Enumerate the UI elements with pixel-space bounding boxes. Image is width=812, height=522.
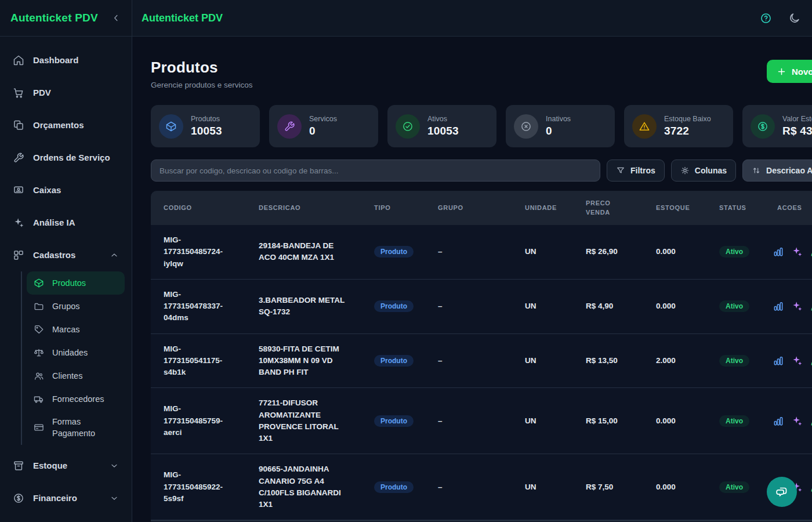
- sidebar-item-estoque[interactable]: Estoque: [7, 454, 125, 477]
- stat-card-ativos: Ativos 10053: [387, 105, 496, 147]
- table-row: MIG-1773150541175-s4b1k 58930-FITA DE CE…: [151, 334, 812, 389]
- stat-label: Estoque Baixo: [664, 115, 711, 123]
- sidebar-item-pdv[interactable]: PDV: [7, 81, 125, 104]
- cube-icon: [159, 114, 183, 139]
- ai-action-icon[interactable]: [791, 246, 803, 258]
- table-header-row: CODIGO DESCRICAO TIPO GRUPO UNIDADE PREC…: [151, 191, 812, 225]
- filters-button-label: Filtros: [630, 166, 655, 175]
- arrows-up-down-icon: [752, 166, 761, 175]
- stat-card-valor-estoque: Valor Estoque R$ 435: [742, 105, 812, 147]
- stats-action-icon[interactable]: [773, 415, 784, 427]
- cell-preco-venda: R$ 4,90: [573, 280, 643, 334]
- cell-codigo: MIG-1773150485724-iylqw: [151, 225, 246, 279]
- submenu-item-label: Grupos: [52, 300, 80, 312]
- edit-action-icon[interactable]: [810, 481, 812, 493]
- sort-button[interactable]: Descricao A-Z: [742, 160, 812, 182]
- col-header-descricao: DESCRICAO: [246, 191, 361, 225]
- stat-card-estoque-baixo: Estoque Baixo 3722: [624, 105, 733, 147]
- cell-grupo: –: [425, 334, 512, 388]
- columns-button[interactable]: Colunas: [671, 160, 736, 182]
- sidebar-item-orcamentos[interactable]: Orçamentos: [7, 114, 125, 137]
- chat-bubbles-icon: [775, 485, 789, 499]
- sparkles-icon: [13, 217, 24, 229]
- ai-action-icon[interactable]: [791, 415, 803, 427]
- edit-action-icon[interactable]: [810, 300, 812, 312]
- x-circle-icon: [514, 114, 538, 139]
- chevron-down-icon: [110, 494, 119, 503]
- sidebar-item-ordens-servico[interactable]: Ordens de Serviço: [7, 146, 125, 169]
- cell-tipo: Produto: [361, 280, 425, 334]
- chat-fab-button[interactable]: [767, 477, 797, 507]
- funnel-icon: [616, 166, 625, 175]
- topbar-title: Autenticket PDV: [142, 12, 223, 24]
- tipo-badge: Produto: [374, 355, 414, 367]
- stats-action-icon[interactable]: [773, 246, 784, 258]
- stat-cards-row: Produtos 10053 Servicos 0 Ativos 10053 I…: [151, 105, 812, 147]
- submenu-item-produtos[interactable]: Produtos: [27, 271, 125, 295]
- status-badge: Ativo: [719, 481, 749, 493]
- stat-label: Ativos: [427, 115, 459, 123]
- search-input[interactable]: [151, 160, 600, 182]
- stat-label: Inativos: [546, 115, 571, 123]
- help-icon[interactable]: [760, 12, 772, 24]
- table-row: MIG-1773150485759-aerci 77211-DIFUSOR AR…: [151, 388, 812, 454]
- sidebar-item-financeiro[interactable]: Financeiro: [7, 487, 125, 510]
- cell-grupo: –: [425, 225, 512, 279]
- cell-grupo: –: [425, 388, 512, 454]
- cell-codigo: MIG-1773150541175-s4b1k: [151, 334, 246, 388]
- edit-action-icon[interactable]: [810, 355, 812, 367]
- tipo-badge: Produto: [374, 481, 414, 493]
- submenu-item-label: Produtos: [52, 277, 86, 289]
- warning-triangle-icon: [632, 114, 657, 139]
- submenu-item-label: Fornecedores: [52, 393, 104, 405]
- sidebar-item-cadastros[interactable]: Cadastros: [7, 244, 125, 267]
- app-logo: Autenticket PDV: [10, 12, 98, 24]
- tools-icon: [277, 114, 302, 139]
- submenu-item-fornecedores[interactable]: Fornecedores: [27, 387, 125, 411]
- new-product-button[interactable]: Novo: [767, 60, 812, 83]
- documents-icon: [13, 119, 24, 131]
- cell-unidade: UN: [512, 454, 573, 520]
- sidebar-item-analise-ia[interactable]: Análise IA: [7, 211, 125, 234]
- submenu-item-label: Formas Pagamento: [52, 416, 116, 440]
- stat-value: R$ 435: [782, 125, 812, 137]
- sidebar: Autenticket PDV Dashboard PDV Orçamentos…: [0, 0, 132, 522]
- cell-estoque: 0.000: [643, 280, 706, 334]
- submenu-item-formas-pagamento[interactable]: Formas Pagamento: [27, 411, 125, 445]
- stats-action-icon[interactable]: [773, 300, 784, 312]
- topbar-icons: [760, 12, 800, 24]
- tipo-badge: Produto: [374, 300, 414, 312]
- sidebar-collapse-button[interactable]: [111, 13, 121, 23]
- home-icon: [13, 55, 24, 66]
- cell-unidade: UN: [512, 334, 573, 388]
- col-header-estoque: ESTOQUE: [643, 191, 706, 225]
- cell-acoes: [764, 388, 812, 454]
- sidebar-item-label: Dashboard: [33, 53, 119, 67]
- chevron-up-icon: [110, 251, 119, 260]
- columns-button-label: Colunas: [695, 166, 727, 175]
- filters-button[interactable]: Filtros: [607, 160, 665, 182]
- sidebar-nav: Dashboard PDV Orçamentos Ordens de Servi…: [0, 37, 132, 510]
- cell-codigo: MIG-1773150478337-04dms: [151, 280, 246, 334]
- submenu-item-clientes[interactable]: Clientes: [27, 364, 125, 387]
- submenu-item-unidades[interactable]: Unidades: [27, 341, 125, 364]
- stat-label: Produtos: [191, 115, 222, 123]
- edit-action-icon[interactable]: [810, 415, 812, 427]
- stat-card-inativos: Inativos 0: [506, 105, 615, 147]
- sidebar-item-caixas[interactable]: Caixas: [7, 179, 125, 202]
- stat-value: 10053: [427, 125, 459, 137]
- sidebar-item-label: Ordens de Serviço: [33, 151, 119, 164]
- tipo-badge: Produto: [374, 415, 414, 427]
- check-circle-icon: [396, 114, 420, 139]
- submenu-item-marcas[interactable]: Marcas: [27, 318, 125, 341]
- edit-action-icon[interactable]: [810, 246, 812, 258]
- sidebar-item-dashboard[interactable]: Dashboard: [7, 49, 125, 72]
- cell-descricao: 3.BARBEADOR METAL SQ-1732: [246, 280, 361, 334]
- sidebar-item-label: Financeiro: [33, 491, 101, 505]
- submenu-item-grupos[interactable]: Grupos: [27, 295, 125, 318]
- ai-action-icon[interactable]: [791, 355, 803, 367]
- theme-toggle-moon-icon[interactable]: [788, 12, 800, 24]
- stats-action-icon[interactable]: [773, 355, 784, 367]
- cell-descricao: 77211-DIFUSOR AROMATIZANTE PROVENCE LITO…: [246, 388, 361, 454]
- ai-action-icon[interactable]: [791, 300, 803, 312]
